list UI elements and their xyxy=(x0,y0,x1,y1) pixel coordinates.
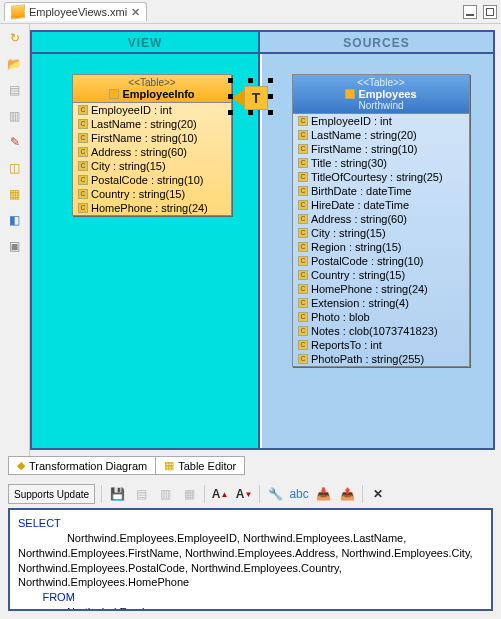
table-name: Employees xyxy=(358,88,416,100)
sql-editor[interactable]: SELECT Northwind.Employees.EmployeeID, N… xyxy=(8,508,493,611)
maximize-icon[interactable] xyxy=(483,5,497,19)
column-row[interactable]: CCity : string(15) xyxy=(293,226,469,240)
column-label: Region : string(15) xyxy=(311,241,402,253)
column-row[interactable]: CPhoto : blob xyxy=(293,310,469,324)
column-label: Country : string(15) xyxy=(91,188,185,200)
column-row[interactable]: CCountry : string(15) xyxy=(293,268,469,282)
column-row[interactable]: CHomePhone : string(24) xyxy=(73,201,231,215)
column-row[interactable]: CExtension : string(4) xyxy=(293,296,469,310)
column-icon: C xyxy=(298,256,308,266)
column-row[interactable]: CFirstName : string(10) xyxy=(73,131,231,145)
column-row[interactable]: CCity : string(15) xyxy=(73,159,231,173)
column-row[interactable]: CAddress : string(60) xyxy=(73,145,231,159)
sql-save-icon[interactable]: 💾 xyxy=(108,485,126,503)
stereotype-label: <<Table>> xyxy=(297,77,465,88)
column-label: City : string(15) xyxy=(311,227,386,239)
column-row[interactable]: CCountry : string(15) xyxy=(73,187,231,201)
column-label: FirstName : string(10) xyxy=(91,132,197,144)
column-label: PostalCode : string(10) xyxy=(311,255,424,267)
column-label: City : string(15) xyxy=(91,160,166,172)
column-icon: C xyxy=(298,340,308,350)
column-label: Address : string(60) xyxy=(311,213,407,225)
tool-icon-5[interactable]: ▦ xyxy=(7,186,23,202)
supports-update-button[interactable]: Supports Update xyxy=(8,484,95,504)
tab-transformation-diagram[interactable]: ◆ Transformation Diagram xyxy=(8,456,156,475)
column-row[interactable]: CEmployeeID : int xyxy=(293,114,469,128)
tool-icon-3[interactable]: ✎ xyxy=(7,134,23,150)
column-icon: C xyxy=(298,298,308,308)
column-row[interactable]: CLastName : string(20) xyxy=(293,128,469,142)
tab-label: Transformation Diagram xyxy=(29,460,147,472)
table-employees[interactable]: <<Table>> Employees Northwind CEmployeeI… xyxy=(292,74,470,367)
column-row[interactable]: CAddress : string(60) xyxy=(293,212,469,226)
column-icon: C xyxy=(78,203,88,213)
column-row[interactable]: CReportsTo : int xyxy=(293,338,469,352)
close-tab-icon[interactable]: ✕ xyxy=(131,6,140,19)
refresh-icon[interactable]: ↻ xyxy=(7,30,23,46)
column-icon: C xyxy=(298,326,308,336)
column-icon: C xyxy=(298,158,308,168)
column-icon: C xyxy=(298,130,308,140)
table-icon xyxy=(109,89,119,99)
column-row[interactable]: CHomePhone : string(24) xyxy=(293,282,469,296)
column-icon: C xyxy=(298,144,308,154)
sources-pane[interactable]: T <<Table>> Employees Northwind CEmploye… xyxy=(262,54,493,448)
editor-tab[interactable]: EmployeeViews.xmi ✕ xyxy=(4,2,147,21)
column-icon: C xyxy=(298,214,308,224)
minimize-icon[interactable] xyxy=(463,5,477,19)
table-source-label: Northwind xyxy=(297,100,465,111)
column-row[interactable]: CBirthDate : dateTime xyxy=(293,184,469,198)
tool-icon-4[interactable]: ◫ xyxy=(7,160,23,176)
column-label: HireDate : dateTime xyxy=(311,199,409,211)
column-label: LastName : string(20) xyxy=(91,118,197,130)
font-decrease-icon[interactable]: A▼ xyxy=(235,485,253,503)
column-label: Title : string(30) xyxy=(311,157,387,169)
view-pane[interactable]: <<Table>> EmployeeInfo CEmployeeID : int… xyxy=(32,54,260,448)
transformation-arrow[interactable]: T xyxy=(232,82,276,114)
column-label: PostalCode : string(10) xyxy=(91,174,204,186)
column-row[interactable]: CTitle : string(30) xyxy=(293,156,469,170)
column-icon: C xyxy=(298,228,308,238)
column-row[interactable]: CRegion : string(15) xyxy=(293,240,469,254)
tool-icon-6[interactable]: ◧ xyxy=(7,212,23,228)
model-file-icon xyxy=(11,4,25,19)
tool-icon-1[interactable]: ▤ xyxy=(7,82,23,98)
sql-import-icon[interactable]: 📥 xyxy=(314,485,332,503)
column-row[interactable]: CHireDate : dateTime xyxy=(293,198,469,212)
column-row[interactable]: CPostalCode : string(10) xyxy=(293,254,469,268)
column-icon: C xyxy=(298,284,308,294)
column-icon: C xyxy=(298,172,308,182)
sql-tool-icon[interactable]: 🔧 xyxy=(266,485,284,503)
tab-label: Table Editor xyxy=(178,460,236,472)
transformation-arrow-label: T xyxy=(252,90,261,106)
open-folder-icon[interactable]: 📂 xyxy=(7,56,23,72)
column-icon: C xyxy=(78,147,88,157)
sql-tool-icon[interactable]: ▥ xyxy=(156,485,174,503)
column-icon: C xyxy=(78,189,88,199)
sql-keyword-select: SELECT xyxy=(18,517,61,529)
column-label: LastName : string(20) xyxy=(311,129,417,141)
column-row[interactable]: CFirstName : string(10) xyxy=(293,142,469,156)
tool-icon-2[interactable]: ▥ xyxy=(7,108,23,124)
sql-tool-icon[interactable]: ▤ xyxy=(132,485,150,503)
sql-tool-icon[interactable]: ▦ xyxy=(180,485,198,503)
column-row[interactable]: CPhotoPath : string(255) xyxy=(293,352,469,366)
font-increase-icon[interactable]: A▲ xyxy=(211,485,229,503)
sql-keyword-from: FROM xyxy=(42,591,74,603)
column-row[interactable]: CLastName : string(20) xyxy=(73,117,231,131)
close-icon[interactable]: ✕ xyxy=(369,485,387,503)
column-row[interactable]: CTitleOfCourtesy : string(25) xyxy=(293,170,469,184)
sql-tool-icon[interactable]: abc xyxy=(290,485,308,503)
column-label: EmployeeID : int xyxy=(311,115,392,127)
stereotype-label: <<Table>> xyxy=(77,77,227,88)
column-icon: C xyxy=(78,119,88,129)
column-label: Notes : clob(1073741823) xyxy=(311,325,438,337)
table-editor-icon: ▦ xyxy=(164,459,174,472)
column-row[interactable]: CEmployeeID : int xyxy=(73,103,231,117)
tool-icon-7[interactable]: ▣ xyxy=(7,238,23,254)
table-employeeinfo[interactable]: <<Table>> EmployeeInfo CEmployeeID : int… xyxy=(72,74,232,216)
column-row[interactable]: CNotes : clob(1073741823) xyxy=(293,324,469,338)
sql-export-icon[interactable]: 📤 xyxy=(338,485,356,503)
column-row[interactable]: CPostalCode : string(10) xyxy=(73,173,231,187)
tab-table-editor[interactable]: ▦ Table Editor xyxy=(156,456,245,475)
